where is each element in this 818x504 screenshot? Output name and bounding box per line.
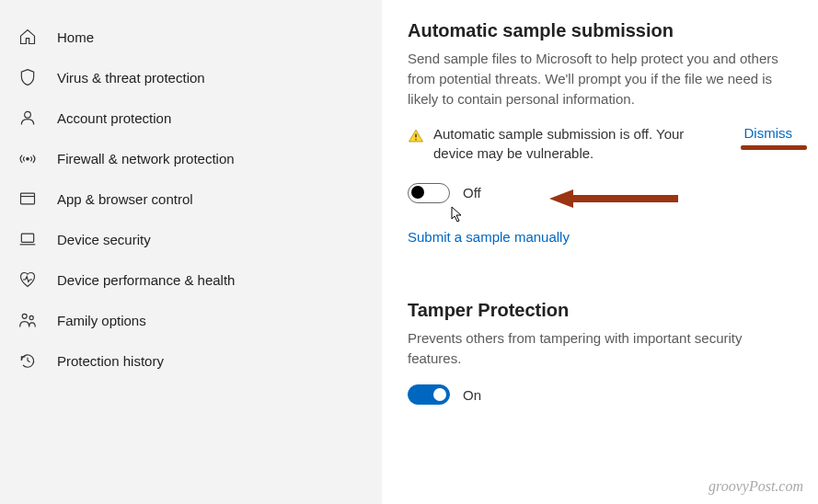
sidebar-item-appbrowser[interactable]: App & browser control bbox=[9, 178, 382, 219]
warning-icon bbox=[408, 128, 424, 144]
sidebar-item-home[interactable]: Home bbox=[9, 17, 382, 57]
section-title: Automatic sample submission bbox=[408, 20, 792, 41]
sidebar-item-label: Home bbox=[57, 29, 94, 45]
tamper-protection-section: Tamper Protection Prevents others from t… bbox=[408, 300, 792, 406]
auto-submission-toggle-row: Off bbox=[408, 183, 792, 203]
laptop-icon bbox=[18, 230, 37, 248]
warning-box: Automatic sample submission is off. Your… bbox=[408, 125, 792, 163]
svg-point-1 bbox=[27, 158, 29, 161]
annotation-underline bbox=[741, 145, 807, 150]
sidebar-item-label: Protection history bbox=[57, 353, 164, 369]
home-icon bbox=[18, 28, 37, 46]
toggle-state-label: On bbox=[463, 387, 481, 403]
sidebar-item-label: Virus & threat protection bbox=[57, 70, 205, 86]
tamper-toggle-row: On bbox=[408, 384, 792, 405]
sidebar-item-family[interactable]: Family options bbox=[9, 300, 382, 340]
sidebar-item-label: Device performance & health bbox=[57, 272, 235, 288]
auto-submission-section: Automatic sample submission Send sample … bbox=[408, 20, 792, 278]
section-description: Prevents others from tampering with impo… bbox=[408, 328, 792, 369]
svg-point-0 bbox=[25, 111, 31, 118]
sidebar: Home Virus & threat protection Account p… bbox=[0, 0, 382, 504]
svg-point-9 bbox=[415, 139, 417, 141]
submit-sample-link[interactable]: Submit a sample manually bbox=[408, 229, 570, 245]
person-icon bbox=[18, 109, 37, 127]
section-description: Send sample files to Microsoft to help p… bbox=[408, 49, 792, 109]
annotation-arrow-icon bbox=[549, 188, 678, 214]
sidebar-item-label: Account protection bbox=[57, 110, 171, 126]
svg-marker-11 bbox=[549, 189, 573, 208]
antenna-icon bbox=[18, 149, 37, 167]
auto-submission-toggle[interactable] bbox=[408, 183, 450, 203]
section-title: Tamper Protection bbox=[408, 300, 792, 321]
dismiss-label: Dismiss bbox=[744, 125, 793, 141]
sidebar-item-account[interactable]: Account protection bbox=[9, 97, 382, 138]
toggle-state-label: Off bbox=[463, 185, 481, 200]
sidebar-item-history[interactable]: Protection history bbox=[9, 340, 382, 381]
svg-point-7 bbox=[29, 315, 33, 319]
sidebar-item-label: Family options bbox=[57, 313, 146, 328]
sidebar-item-firewall[interactable]: Firewall & network protection bbox=[9, 138, 382, 178]
sidebar-item-label: Firewall & network protection bbox=[57, 151, 235, 166]
dismiss-link[interactable]: Dismiss bbox=[744, 125, 793, 141]
shield-icon bbox=[18, 68, 37, 86]
main-content: Automatic sample submission Send sample … bbox=[382, 0, 818, 504]
svg-rect-4 bbox=[21, 234, 33, 242]
cursor-icon bbox=[450, 205, 465, 227]
history-icon bbox=[18, 351, 37, 370]
app-icon bbox=[18, 189, 37, 208]
sidebar-item-label: Device security bbox=[57, 232, 151, 247]
svg-rect-2 bbox=[21, 193, 35, 204]
sidebar-item-device-security[interactable]: Device security bbox=[9, 219, 382, 259]
family-icon bbox=[18, 311, 37, 329]
warning-text: Automatic sample submission is off. Your… bbox=[433, 125, 728, 163]
sidebar-item-label: App & browser control bbox=[57, 191, 193, 207]
tamper-toggle[interactable] bbox=[408, 384, 450, 405]
svg-point-6 bbox=[22, 314, 27, 318]
sidebar-item-virus[interactable]: Virus & threat protection bbox=[9, 57, 382, 97]
heart-icon bbox=[18, 270, 37, 289]
sidebar-item-performance[interactable]: Device performance & health bbox=[9, 259, 382, 300]
